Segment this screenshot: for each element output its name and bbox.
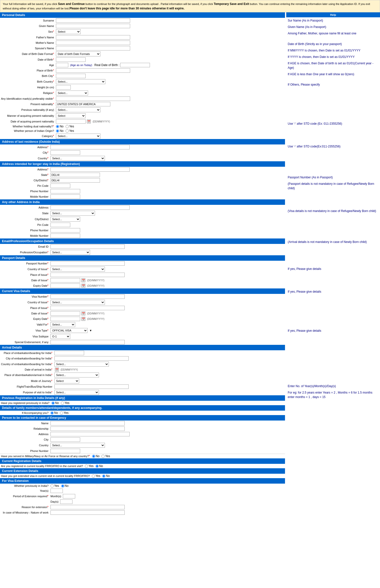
previous-nationality-select[interactable]: Select... USA UK Canada — [56, 107, 100, 112]
family-yes-radio[interactable] — [60, 411, 63, 415]
days-input[interactable] — [60, 499, 72, 504]
family-no-radio[interactable] — [50, 411, 54, 415]
prev-india-no-label[interactable]: No — [61, 484, 69, 488]
special-endorsement-input[interactable] — [50, 340, 125, 344]
outside-city-input[interactable] — [50, 150, 80, 155]
birth-city-input[interactable] — [56, 74, 86, 78]
birth-country-select[interactable]: Select... Afghanistan Australia Canada U… — [56, 79, 105, 84]
embark-place-input[interactable] — [54, 351, 84, 355]
emergency-country-select[interactable]: Select... USA UK Canada — [50, 443, 105, 448]
emergency-relationship-input[interactable] — [50, 426, 125, 431]
indian-no-label[interactable]: No — [56, 129, 63, 133]
dob-input[interactable] — [56, 57, 86, 62]
military-yes-label[interactable]: Yes — [101, 454, 110, 458]
prev-india-no-radio[interactable] — [61, 484, 64, 488]
family-no-label[interactable]: No — [50, 411, 58, 415]
surname-input[interactable] — [56, 18, 130, 23]
indian-yes-radio[interactable] — [66, 129, 69, 133]
given-name-input[interactable] — [56, 24, 130, 28]
indian-no-radio[interactable] — [56, 129, 59, 133]
outside-country-select[interactable]: Select... Afghanistan Australia Canada U… — [50, 156, 105, 161]
prev-india-yes-radio[interactable] — [50, 484, 54, 488]
indian-yes-label[interactable]: Yes — [66, 129, 74, 133]
embark-country-select[interactable]: Select... USA UK Canada — [54, 362, 109, 367]
india-mobile-input[interactable] — [50, 194, 80, 199]
prev-india-yes-label[interactable]: Yes — [50, 484, 59, 488]
real-dob-input[interactable] — [120, 63, 150, 67]
visa-country-select[interactable]: Select... USA UK Canada — [50, 300, 105, 305]
emergency-address-input[interactable] — [50, 432, 130, 436]
dob-format-select[interactable]: Date of birth Date Formats DD/MM/YYYY MM… — [56, 51, 100, 56]
mode-journey-select[interactable]: Select Air Land Sea — [54, 378, 79, 383]
emergency-phone-input[interactable] — [50, 449, 80, 453]
current-ext-yes-label[interactable]: Yes — [92, 474, 100, 478]
emergency-city-input[interactable] — [50, 437, 80, 442]
mothers-name-input[interactable] — [56, 41, 130, 45]
email-input[interactable] — [50, 244, 125, 249]
flight-number-input[interactable] — [54, 384, 129, 389]
spouses-name-input[interactable] — [56, 46, 130, 50]
outside-address-input[interactable] — [50, 145, 130, 149]
india-pin-input[interactable] — [50, 184, 70, 188]
passport-country-select[interactable]: Select... USA UK Canada — [50, 267, 105, 272]
prev-reg-yes-radio[interactable] — [61, 401, 64, 405]
passport-number-input[interactable] — [50, 261, 125, 266]
current-ext-no-radio[interactable] — [102, 474, 105, 478]
passport-place-input[interactable] — [50, 273, 125, 277]
calendar-icon-acquiring[interactable]: 📅 — [87, 119, 91, 123]
other-address-input[interactable] — [50, 205, 130, 210]
current-reg-yes-radio[interactable] — [85, 465, 88, 468]
category-select[interactable]: Select... Normal OCI PIO — [56, 134, 100, 139]
purpose-select[interactable]: Select... Tourism Business Education Med… — [54, 390, 99, 395]
passport-expiry-input[interactable] — [50, 283, 80, 288]
fathers-name-input[interactable] — [56, 35, 130, 40]
calendar-icon-passport-expiry[interactable]: 📅 — [81, 284, 85, 288]
passport-date-input[interactable] — [50, 278, 80, 282]
dual-yes-label[interactable]: Yes — [66, 125, 74, 128]
other-city-select[interactable]: Select... Delhi Mumbai — [50, 217, 80, 222]
current-ext-yes-radio[interactable] — [92, 474, 95, 478]
visa-expiry-input[interactable] — [50, 317, 80, 321]
embark-city-input[interactable] — [54, 356, 129, 361]
india-city-input[interactable] — [50, 178, 100, 183]
india-phone-input[interactable] — [50, 189, 80, 193]
other-phone-input[interactable] — [50, 228, 80, 233]
other-pin-input[interactable] — [50, 223, 70, 227]
place-of-birth-input[interactable] — [56, 68, 130, 73]
visa-valid-select[interactable]: Select... 1 Month 3 Months 6 Months 1 Ye… — [50, 322, 75, 327]
prev-reg-yes-label[interactable]: Yes — [61, 401, 70, 405]
years-input[interactable] — [50, 489, 63, 493]
visa-type-select[interactable]: OFFICIAL VISA Tourist Business Student — [50, 328, 88, 333]
missionary-input[interactable] — [50, 510, 125, 515]
reason-input[interactable] — [50, 505, 125, 509]
dual-no-label[interactable]: No — [56, 125, 63, 128]
current-reg-no-label[interactable]: No — [95, 464, 103, 468]
current-ext-no-label[interactable]: No — [102, 474, 110, 478]
calendar-icon-visa-issue[interactable]: 📅 — [81, 311, 85, 315]
emergency-name-input[interactable] — [50, 421, 125, 425]
sex-select[interactable]: Select Male Female Other — [56, 29, 81, 34]
height-input[interactable] — [56, 85, 71, 90]
family-yes-label[interactable]: Yes — [60, 411, 69, 415]
dual-no-radio[interactable] — [56, 125, 59, 128]
current-reg-no-radio[interactable] — [95, 465, 99, 468]
dual-yes-radio[interactable] — [66, 125, 69, 128]
current-reg-yes-label[interactable]: Yes — [85, 464, 94, 468]
visa-place-input[interactable] — [50, 306, 125, 310]
india-address-input[interactable] — [50, 167, 130, 172]
prev-reg-no-label[interactable]: No — [51, 401, 59, 405]
india-state-input[interactable] — [50, 173, 100, 177]
visa-date-input[interactable] — [50, 311, 80, 316]
military-yes-radio[interactable] — [101, 455, 105, 458]
identification-input[interactable] — [56, 96, 130, 101]
manner-nationality-select[interactable]: Select Birth Naturalization Registration — [56, 113, 86, 118]
calendar-icon-arrival[interactable]: 📅 — [55, 368, 59, 372]
prev-reg-no-radio[interactable] — [51, 401, 55, 405]
date-acquiring-input[interactable] — [56, 119, 86, 124]
other-state-select[interactable]: Select... Delhi Mumbai — [50, 211, 95, 216]
visa-number-input[interactable] — [50, 294, 125, 299]
present-nationality-input[interactable] — [56, 102, 110, 106]
months-input[interactable] — [63, 494, 75, 498]
visa-subtype-select[interactable]: O-1 O-2 O-3 — [50, 334, 70, 339]
other-mobile-input[interactable] — [50, 234, 80, 238]
